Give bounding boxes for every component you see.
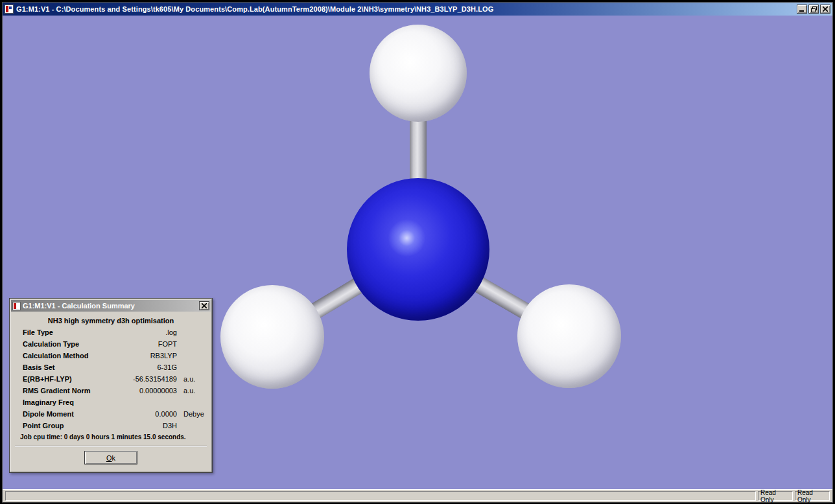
close-icon bbox=[823, 6, 828, 12]
dialog-close-button[interactable] bbox=[199, 301, 209, 310]
title-bar[interactable]: G1:M1:V1 - C:\Documents and Settings\tk6… bbox=[3, 3, 832, 16]
molecule-viewport[interactable]: G1:M1:V1 - Calculation Summary NH3 high … bbox=[3, 16, 832, 489]
row-label: Imaginary Freq bbox=[23, 398, 104, 406]
calculation-summary-dialog: G1:M1:V1 - Calculation Summary NH3 high … bbox=[9, 298, 213, 473]
summary-row-point-group: Point Group D3H bbox=[15, 420, 207, 431]
dialog-divider bbox=[15, 446, 207, 447]
dialog-body: NH3 high symmetry d3h optimisation File … bbox=[11, 312, 211, 471]
row-unit: a.u. bbox=[177, 375, 207, 383]
row-label: E(RB+HF-LYP) bbox=[23, 375, 104, 383]
hydrogen-atom-left[interactable] bbox=[220, 285, 324, 389]
summary-row-energy: E(RB+HF-LYP) -56.53154189 a.u. bbox=[15, 373, 207, 385]
app-window: G1:M1:V1 - C:\Documents and Settings\tk6… bbox=[2, 2, 833, 503]
ok-button-label: Ok bbox=[85, 454, 137, 462]
read-only-badge-1: Read Only bbox=[758, 491, 793, 501]
row-label: Calculation Type bbox=[23, 340, 104, 348]
row-value: .log bbox=[104, 328, 177, 336]
summary-row-basis-set: Basis Set 6-31G bbox=[15, 361, 207, 373]
status-bar: Read Only Read Only bbox=[3, 489, 832, 502]
row-label: File Type bbox=[23, 328, 104, 336]
restore-icon bbox=[811, 6, 817, 12]
ok-button[interactable]: Ok bbox=[84, 451, 137, 464]
hydrogen-atom-right[interactable] bbox=[517, 284, 621, 388]
minimize-button[interactable] bbox=[797, 5, 807, 14]
row-value: RB3LYP bbox=[104, 352, 177, 360]
ok-button-row: Ok bbox=[15, 451, 207, 467]
row-label: Dipole Moment bbox=[23, 410, 104, 418]
row-unit: a.u. bbox=[177, 387, 207, 395]
row-value: 0.0000 bbox=[104, 410, 177, 418]
row-value: -56.53154189 bbox=[104, 375, 177, 383]
cpu-time-line: Job cpu time: 0 days 0 hours 1 minutes 1… bbox=[15, 431, 207, 443]
row-value: D3H bbox=[104, 422, 177, 430]
summary-row-dipole-moment: Dipole Moment 0.0000 Debye bbox=[15, 408, 207, 420]
summary-row-imaginary-freq: Imaginary Freq bbox=[15, 396, 207, 408]
dialog-icon bbox=[12, 302, 21, 310]
summary-heading: NH3 high symmetry d3h optimisation bbox=[15, 315, 207, 326]
restore-button[interactable] bbox=[808, 5, 819, 14]
summary-row-file-type: File Type .log bbox=[15, 326, 207, 338]
hydrogen-atom-top[interactable] bbox=[370, 25, 467, 122]
read-only-badge-2: Read Only bbox=[795, 491, 830, 501]
window-controls bbox=[797, 5, 830, 14]
minimize-icon bbox=[799, 6, 805, 12]
summary-row-calc-type: Calculation Type FOPT bbox=[15, 338, 207, 350]
close-button[interactable] bbox=[820, 5, 830, 14]
dialog-title: G1:M1:V1 - Calculation Summary bbox=[23, 302, 199, 310]
row-label: RMS Gradient Norm bbox=[23, 387, 104, 395]
row-label: Point Group bbox=[23, 422, 104, 430]
row-label: Calculation Method bbox=[23, 352, 104, 360]
dialog-title-bar[interactable]: G1:M1:V1 - Calculation Summary bbox=[11, 300, 211, 312]
dialog-close-icon bbox=[202, 303, 207, 308]
status-message-panel bbox=[5, 491, 756, 501]
row-unit: Debye bbox=[177, 410, 207, 418]
summary-row-calc-method: Calculation Method RB3LYP bbox=[15, 350, 207, 361]
row-value: 6-31G bbox=[104, 363, 177, 371]
app-icon[interactable] bbox=[5, 5, 14, 14]
row-value: FOPT bbox=[104, 340, 177, 348]
summary-row-rms-gradient: RMS Gradient Norm 0.00000003 a.u. bbox=[15, 385, 207, 396]
row-label: Basis Set bbox=[23, 363, 104, 371]
row-value: 0.00000003 bbox=[104, 387, 177, 395]
window-title: G1:M1:V1 - C:\Documents and Settings\tk6… bbox=[16, 5, 793, 13]
nitrogen-atom[interactable] bbox=[347, 178, 489, 321]
